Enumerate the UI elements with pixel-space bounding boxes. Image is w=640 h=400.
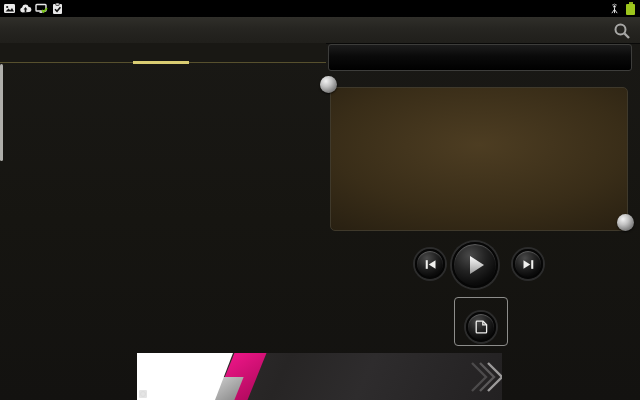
antenna-signal-icon [609, 2, 620, 15]
notification-icons [0, 2, 64, 15]
save-button[interactable] [466, 312, 496, 342]
skip-to-start-icon [424, 258, 437, 271]
trim-end-handle[interactable] [617, 214, 634, 231]
play-icon [463, 253, 487, 277]
skip-to-end-icon [522, 258, 535, 271]
now-playing-text [337, 48, 343, 59]
ringtone-maker-screen [0, 0, 640, 400]
skip-to-start-button[interactable] [415, 249, 445, 279]
clipboard-check-icon [51, 2, 64, 15]
trim-start-handle[interactable] [320, 76, 337, 93]
waveform [331, 88, 627, 230]
ad-choices-icon[interactable] [139, 390, 147, 398]
ad-banner[interactable] [137, 353, 502, 400]
ad-text [259, 354, 474, 355]
status-bar [0, 0, 640, 17]
waveform-timeline [330, 74, 628, 85]
ad-chevrons-icon [468, 357, 502, 397]
waveform-editor[interactable] [330, 87, 628, 231]
list-scrollbar[interactable] [0, 64, 3, 161]
search-icon[interactable] [612, 21, 632, 41]
music-list-viewport [6, 64, 324, 353]
action-bar [0, 17, 640, 44]
display-check-icon [35, 2, 48, 15]
skip-to-end-button[interactable] [513, 249, 543, 279]
cloud-upload-icon [19, 2, 32, 15]
gallery-icon [3, 2, 16, 15]
battery-icon [626, 2, 635, 15]
tab-strip [0, 43, 326, 64]
save-file-icon [473, 319, 489, 335]
play-button[interactable] [452, 242, 498, 288]
now-playing-panel [328, 44, 632, 71]
